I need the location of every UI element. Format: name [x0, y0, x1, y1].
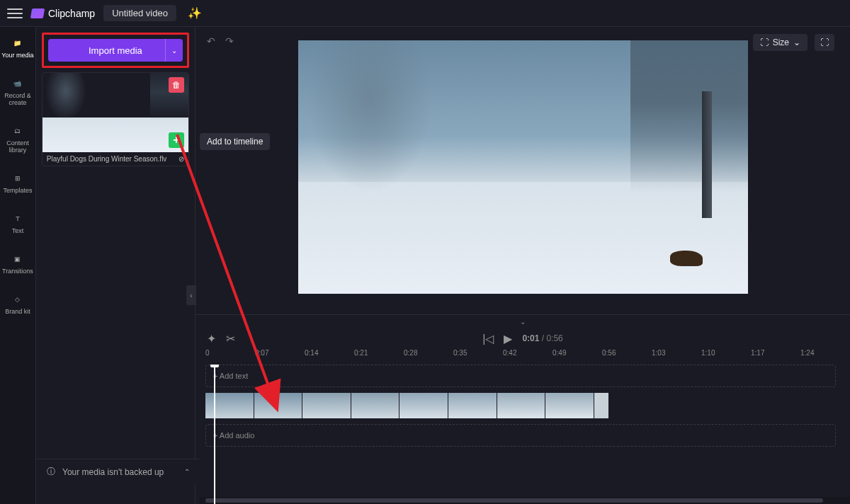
effects-icon[interactable]: ✦ — [207, 332, 216, 345]
sidebar-label: Your media — [1, 52, 33, 59]
folder-icon: 📁 — [11, 37, 25, 50]
content-area: ↶ ↷ ⛶ Size ⌄ ⛶ ⌄ ✦ — [196, 27, 850, 504]
app-name: Clipchamp — [48, 8, 95, 19]
audio-track[interactable]: + Add audio — [205, 424, 836, 447]
collapse-panel-button[interactable]: ‹ — [186, 285, 196, 305]
templates-icon: ⊞ — [11, 172, 25, 185]
footer-message: Your media isn't backed up — [62, 467, 164, 477]
transitions-icon: ▣ — [11, 253, 25, 265]
chevron-down-icon[interactable]: ⌄ — [165, 39, 177, 62]
dog-in-scene — [670, 251, 703, 266]
video-preview[interactable] — [298, 40, 748, 294]
info-icon[interactable]: ⊘ — [178, 155, 184, 163]
sparkle-icon[interactable]: ✨ — [188, 6, 202, 20]
size-label: Size — [773, 38, 789, 47]
import-label: Import media — [89, 45, 142, 56]
sidebar-item-brandkit[interactable]: ◇ Brand kit — [0, 290, 35, 318]
play-button[interactable]: ▶ — [504, 332, 512, 345]
import-media-button[interactable]: Import media ⌄ — [48, 39, 183, 62]
brandkit-icon: ◇ — [11, 293, 25, 306]
playhead[interactable] — [214, 365, 215, 504]
clipchamp-icon — [30, 8, 45, 18]
media-panel: Import media ⌄ 🗑 + Playful Dogs During W… — [36, 27, 196, 504]
crop-icon: ⛶ — [760, 38, 769, 47]
undo-button[interactable]: ↶ — [207, 35, 215, 47]
timeline-tracks[interactable]: + Add text + Add audio — [196, 365, 850, 504]
media-filename: Playful Dogs During Winter Season.flv — [47, 155, 167, 163]
size-selector[interactable]: ⛶ Size ⌄ — [753, 34, 808, 51]
expand-button[interactable]: ⛶ — [815, 34, 834, 51]
text-track[interactable]: + Add text — [205, 365, 836, 387]
timeline-time: 0:01 / 0:56 — [522, 333, 562, 343]
sidebar-item-transitions[interactable]: ▣ Transitions — [0, 250, 35, 277]
sidebar-label: Brand kit — [5, 308, 30, 315]
sidebar-label: Text — [12, 227, 24, 234]
tooltip-add-timeline: Add to timeline — [200, 133, 270, 150]
left-sidebar: 📁 Your media 📹 Record & create 🗂 Content… — [0, 27, 36, 504]
text-icon: T — [11, 212, 25, 225]
camera-icon: 📹 — [11, 77, 25, 90]
chevron-up-icon[interactable]: ⌃ — [184, 468, 190, 476]
sidebar-label: Transitions — [2, 268, 33, 275]
sidebar-label: Templates — [3, 187, 32, 194]
sidebar-item-library[interactable]: 🗂 Content library — [0, 122, 35, 156]
scissors-icon[interactable]: ✂ — [226, 332, 235, 345]
sidebar-item-text[interactable]: T Text — [0, 210, 35, 237]
top-bar: Clipchamp Untitled video ✨ — [0, 0, 850, 27]
sidebar-label: Record & create — [1, 92, 34, 106]
preview-area: ↶ ↷ ⛶ Size ⌄ ⛶ — [196, 27, 850, 314]
sidebar-item-record[interactable]: 📹 Record & create — [0, 74, 35, 109]
horizontal-scrollbar[interactable] — [200, 497, 850, 504]
video-title[interactable]: Untitled video — [103, 5, 176, 21]
redo-button[interactable]: ↷ — [225, 35, 234, 47]
app-logo[interactable]: Clipchamp — [31, 8, 95, 19]
sidebar-item-templates[interactable]: ⊞ Templates — [0, 169, 35, 197]
annotation-highlight: Import media ⌄ — [42, 33, 189, 68]
timeline-ruler[interactable]: 00:070:140:210:280:350:420:490:561:031:1… — [196, 349, 850, 365]
media-thumbnail[interactable]: 🗑 + Playful Dogs During Winter Season.fl… — [42, 72, 189, 166]
add-to-timeline-button[interactable]: + — [169, 132, 184, 148]
timeline-collapse-button[interactable]: ⌄ — [196, 315, 850, 328]
skip-back-button[interactable]: |◁ — [482, 332, 494, 345]
footer-bar[interactable]: ⓘ Your media isn't backed up ⌃ — [37, 459, 200, 484]
hamburger-menu-icon[interactable] — [7, 6, 23, 21]
delete-icon[interactable]: 🗑 — [169, 77, 184, 93]
sidebar-item-your-media[interactable]: 📁 Your media — [0, 34, 35, 62]
video-clip[interactable] — [205, 393, 609, 418]
timeline-section: ⌄ ✦ ✂ |◁ ▶ 0:01 / 0:56 00:070:140:210:28… — [196, 314, 850, 504]
sidebar-label: Content library — [1, 139, 34, 154]
library-icon: 🗂 — [11, 125, 25, 137]
warning-icon: ⓘ — [47, 466, 55, 478]
chevron-down-icon: ⌄ — [793, 38, 800, 47]
